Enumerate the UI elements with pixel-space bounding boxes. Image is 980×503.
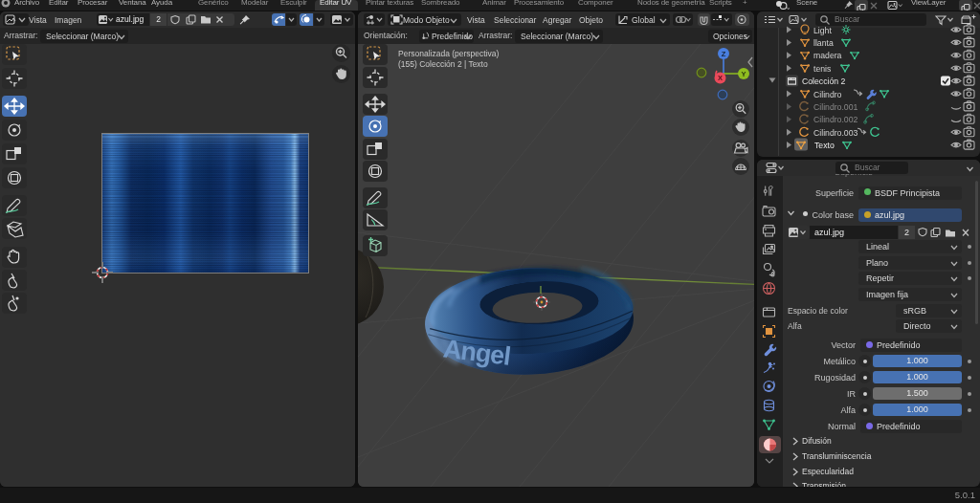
svg-text:Light: Light bbox=[813, 26, 832, 35]
svg-text:Cilindro.002: Cilindro.002 bbox=[813, 115, 858, 124]
svg-text:Z: Z bbox=[722, 50, 726, 58]
svg-text:Cilindro.003: Cilindro.003 bbox=[813, 128, 858, 138]
svg-text:tenis: tenis bbox=[813, 64, 832, 74]
svg-text:X: X bbox=[718, 74, 723, 82]
svg-text:Cilindro: Cilindro bbox=[813, 90, 842, 99]
svg-text:Colección 2: Colección 2 bbox=[802, 77, 846, 86]
svg-text:madera: madera bbox=[813, 51, 842, 60]
svg-text:Cilindro.001: Cilindro.001 bbox=[813, 102, 858, 112]
svg-text:llanta: llanta bbox=[813, 38, 834, 48]
svg-text:Y: Y bbox=[741, 70, 746, 78]
svg-text:Texto: Texto bbox=[814, 141, 835, 150]
